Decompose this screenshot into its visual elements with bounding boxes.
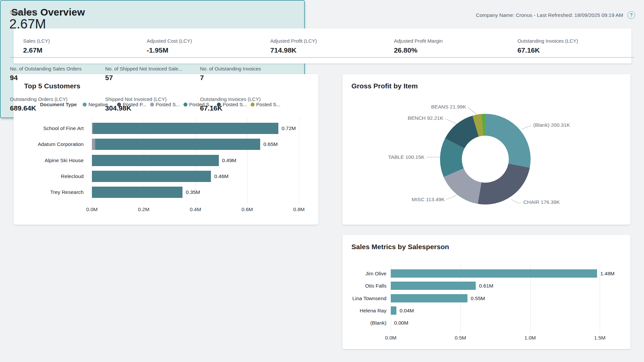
metric-value: 57 [105,74,200,82]
donut-leader-line [521,126,531,129]
bar-segment[interactable] [391,282,476,290]
metric-shipped-not-invoiced-lcy: Shipped Not Invoiced (LCY) 304.98K [105,96,200,112]
kpi-value: 67.16K [517,46,631,54]
value-label: 0.00M [394,319,408,327]
axis-tick-label: 0.5M [455,335,466,341]
value-label: 0.49M [222,155,236,166]
donut-label: TABLE 100.15K [388,154,425,160]
sales-metrics-by-salesperson-card: Sales Metrics by Salesperson 0.0M0.5M1.0… [342,235,630,349]
kpi-label: Sales (LCY) [23,38,137,44]
axis-tick-label: 0.0M [385,335,396,341]
kpi-value: 26.80% [394,46,508,54]
metric-value: 304.98K [105,104,200,112]
donut-leader-line [511,200,521,203]
donut-leader-line [445,118,457,124]
kpi-label: Outstanding Invoices (LCY) [517,38,631,44]
salesperson-bar-chart: 0.0M0.5M1.0M1.5MJim Olive1.48MOtis Falls… [342,235,630,349]
axis-tick-label: 1.0M [524,335,536,341]
metric-outstanding-sales-orders: No. of Outstanding Sales Orders 94 [10,66,105,82]
metric-value: 67.16K [200,104,637,112]
bar-segment[interactable] [92,187,182,198]
category-label: School of Fine Art [14,123,84,134]
bar-segment[interactable] [95,139,260,150]
kpi-sales[interactable]: Sales (LCY) 2.67M [14,38,137,54]
metric-value: 7 [200,74,637,82]
bar-segment[interactable] [391,294,467,302]
header-meta-area: Company Name: Cronus - Last Refreshed: 1… [476,11,635,19]
kpi-label: Adjusted Cost (LCY) [147,38,261,44]
metric-outstanding-invoices-count: No. of Outstanding Invoices 7 [200,66,637,82]
kpi-value: 714.98K [270,46,384,54]
kpi-label: Adjusted Profit Margin [394,38,508,44]
company-refresh-info: Company Name: Cronus - Last Refreshed: 1… [476,12,623,18]
kpi-adjusted-profit-margin[interactable]: Adjusted Profit Margin 26.80% [384,38,508,54]
category-label: Otis Falls [342,282,386,290]
category-label: Lina Townsend [342,294,386,302]
axis-tick-label: 0.6M [241,206,253,212]
sales-card-label: Sales (LCY) [10,9,37,15]
kpi-strip-card: Sales (LCY) 2.67M Adjusted Cost (LCY) -1… [14,28,631,64]
category-label: Trey Research [14,187,84,198]
value-label: 0.04M [400,306,414,315]
axis-tick-label: 0.4M [190,206,201,212]
bar-segment[interactable] [92,139,95,150]
donut-label: BENCH 92.21K [408,115,443,121]
sales-card-value: 2.67M [9,17,46,31]
metric-shipped-not-invoiced-count: No. of Shipped Not Invoiced Sale... 57 [105,66,200,82]
bar-segment[interactable] [92,155,219,166]
metric-value: 94 [10,74,105,82]
metric-label: No. of Shipped Not Invoiced Sale... [105,66,200,71]
donut-label: MISC 113.49K [412,197,445,202]
bar-segment[interactable] [92,171,211,182]
metric-label: Outstanding Invoices (LCY) [200,96,637,102]
value-label: 1.48M [600,269,615,278]
metric-value: 689.64K [10,104,105,112]
value-label: 0.72M [282,123,296,134]
gridline [299,118,299,203]
donut-label: (Blank) 200.31K [533,122,570,128]
donut-leader-line [446,194,457,200]
metric-label: Outstanding Orders (LCY) [10,96,105,102]
metric-label: No. of Outstanding Invoices [200,66,637,71]
value-label: 0.35M [186,187,200,198]
value-label: 0.55M [471,294,485,302]
bar-segment[interactable] [93,123,278,134]
bar-segment[interactable] [391,269,597,278]
divider [10,57,634,58]
kpi-adjusted-profit[interactable]: Adjusted Profit (LCY) 714.98K [261,38,384,54]
metric-label: Shipped Not Invoiced (LCY) [105,96,200,102]
category-label: (Blank) [342,319,386,327]
category-label: Relecloud [14,171,84,182]
kpi-label: Adjusted Profit (LCY) [270,38,384,44]
kpi-outstanding-invoices[interactable]: Outstanding Invoices (LCY) 67.16K [508,38,631,54]
kpi-value: -1.95M [147,46,261,54]
value-label: 0.61M [479,282,493,290]
axis-tick-label: 0.2M [138,206,149,212]
sales-card-metrics: No. of Outstanding Sales Orders 94 No. o… [10,66,637,112]
axis-tick-label: 1.5M [594,335,605,341]
category-label: Alpine Ski House [14,155,84,166]
kpi-adjusted-cost[interactable]: Adjusted Cost (LCY) -1.95M [137,38,261,54]
kpi-value: 2.67M [23,46,137,54]
help-icon[interactable]: ? [627,11,635,19]
category-label: Jim Olive [342,269,386,278]
donut-slice-chair[interactable] [478,163,530,204]
metric-outstanding-orders-lcy: Outstanding Orders (LCY) 689.64K [10,96,105,112]
donut-label: CHAIR 176.39K [523,199,560,205]
donut-slice--blank-[interactable] [485,114,531,168]
axis-tick-label: 0.0M [86,206,98,212]
category-label: Helena Ray [342,306,386,315]
category-label: Adatum Corporation [14,139,84,150]
bar-segment[interactable] [391,306,396,315]
value-label: 0.65M [263,139,278,150]
axis-tick-label: 0.8M [293,206,304,212]
metric-outstanding-invoices-lcy: Outstanding Invoices (LCY) 67.16K [200,96,637,112]
value-label: 0.46M [214,171,228,182]
metric-label: No. of Outstanding Sales Orders [10,66,105,71]
